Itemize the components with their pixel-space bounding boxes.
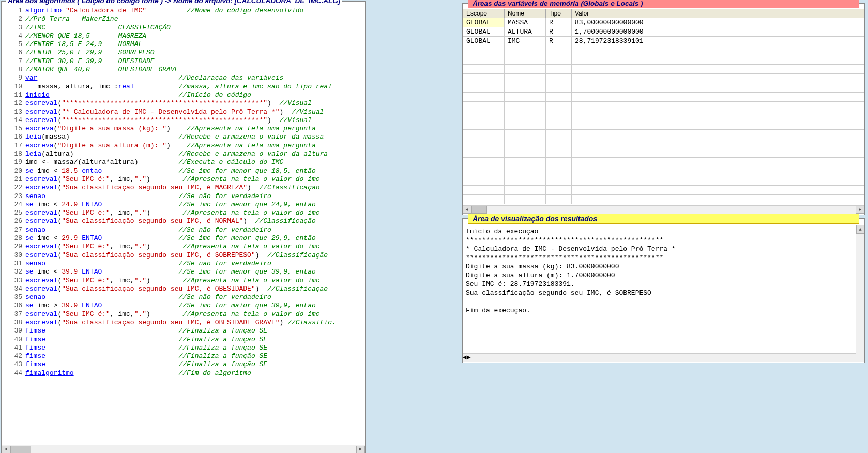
code-content[interactable]: massa, altura, imc :real //massa, altura… xyxy=(25,83,365,91)
code-content[interactable]: escreval("* Calculadora de IMC - Desenvo… xyxy=(25,108,365,116)
scroll-up-icon[interactable]: ▲ xyxy=(856,225,864,234)
code-line[interactable]: 39fimse //Finaliza a função SE xyxy=(2,327,365,335)
table-row[interactable] xyxy=(463,130,864,139)
code-line[interactable]: 32se imc < 39.9 ENTAO //Se imc for menor… xyxy=(2,268,365,276)
code-content[interactable]: escreval("Seu IMC é:", imc,".") //Aprese… xyxy=(25,277,365,285)
code-line[interactable]: 33escreval("Seu IMC é:", imc,".") //Apre… xyxy=(2,277,365,285)
code-content[interactable]: escreval("Seu IMC é:", imc,".") //Aprese… xyxy=(25,310,365,319)
code-content[interactable]: escreval("Seu IMC é:", imc,".") //Aprese… xyxy=(25,243,365,251)
code-content[interactable]: fimse //Finaliza a função SE xyxy=(25,336,365,344)
column-header[interactable]: Nome xyxy=(505,9,546,18)
code-area[interactable]: 1algoritmo "Calculadora_de_IMC" //Nome d… xyxy=(2,5,365,445)
code-content[interactable]: escreval("Seu IMC é:", imc,".") //Aprese… xyxy=(25,209,365,217)
column-header[interactable]: Valor xyxy=(572,9,864,18)
code-hscrollbar[interactable]: ◄ ► xyxy=(2,445,365,453)
code-content[interactable]: fimse //Finaliza a função SE xyxy=(25,327,365,335)
code-line[interactable]: 38escreval("Sua classificação segundo se… xyxy=(2,319,365,327)
code-line[interactable]: 11inicio //Início do código xyxy=(2,91,365,99)
code-line[interactable]: 26escreval("Sua classificação segundo se… xyxy=(2,217,365,225)
code-content[interactable]: se imc < 39.9 ENTAO //Se imc for menor q… xyxy=(25,268,365,276)
table-row[interactable] xyxy=(463,176,864,186)
code-line[interactable]: 20se imc < 18.5 entao //Se imc for menor… xyxy=(2,167,365,175)
table-row[interactable] xyxy=(463,111,864,120)
code-content[interactable]: var //Declaração das variáveis xyxy=(25,74,365,82)
code-line[interactable]: 25escreval("Seu IMC é:", imc,".") //Apre… xyxy=(2,209,365,217)
code-content[interactable]: fimse //Finaliza a função SE xyxy=(25,360,365,369)
code-line[interactable]: 16leia(massa) //Recebe e armazena o valo… xyxy=(2,133,365,141)
code-line[interactable]: 24se imc < 24.9 ENTAO //Se imc for menor… xyxy=(2,201,365,209)
column-header[interactable]: Escopo xyxy=(463,9,505,18)
code-content[interactable]: se imc > 39.9 ENTAO //Se imc for maior q… xyxy=(25,301,365,310)
results-vscrollbar[interactable]: ▲ xyxy=(856,225,864,354)
code-line[interactable]: 12escreval("****************************… xyxy=(2,99,365,108)
code-content[interactable]: //Prô Terra - MakerZine xyxy=(25,15,365,23)
results-hscrollbar[interactable]: ◄ ► xyxy=(463,353,864,362)
table-row[interactable] xyxy=(463,55,864,65)
code-line[interactable]: 14escreval("****************************… xyxy=(2,116,365,125)
code-content[interactable]: escreval("Sua classificação segundo seu … xyxy=(25,251,365,260)
code-line[interactable]: 43fimse //Finaliza a função SE xyxy=(2,360,365,369)
code-content[interactable]: escreval("Sua classificação segundo seu … xyxy=(25,217,365,225)
code-content[interactable]: //ENTRE 25,0 E 29,9 SOBREPESO xyxy=(25,49,365,57)
code-line[interactable]: 37escreval("Seu IMC é:", imc,".") //Apre… xyxy=(2,310,365,319)
table-row[interactable]: GLOBALMASSAR83,00000000000000 xyxy=(463,18,864,27)
scroll-right-icon[interactable]: ► xyxy=(356,446,365,454)
scroll-thumb[interactable] xyxy=(10,446,31,454)
table-row[interactable] xyxy=(463,46,864,55)
code-content[interactable]: se imc < 24.9 ENTAO //Se imc for menor q… xyxy=(25,201,365,209)
variables-table[interactable]: EscopoNomeTipoValor GLOBALMASSAR83,00000… xyxy=(463,9,864,204)
code-line[interactable]: 28se imc < 29.9 ENTAO //Se imc for menor… xyxy=(2,234,365,243)
code-content[interactable]: fimse //Finaliza a função SE xyxy=(25,352,365,360)
scroll-thumb[interactable] xyxy=(471,206,487,214)
vars-hscrollbar[interactable]: ◄ ► xyxy=(463,205,864,214)
code-content[interactable]: fimalgoritmo //Fim do algoritmo xyxy=(25,369,365,377)
code-line[interactable]: 18leia(altura) //Recebe e armazena o val… xyxy=(2,150,365,158)
code-content[interactable]: leia(altura) //Recebe e armazena o valor… xyxy=(25,150,365,158)
scroll-right-icon[interactable]: ► xyxy=(856,206,864,214)
table-row[interactable] xyxy=(463,167,864,176)
code-content[interactable]: escreval("Seu IMC é:", imc,".") //Aprese… xyxy=(25,175,365,184)
code-content[interactable]: se imc < 18.5 entao //Se imc for menor q… xyxy=(25,167,365,175)
results-output[interactable]: Início da execução *********************… xyxy=(463,225,864,353)
code-line[interactable]: 44fimalgoritmo //Fim do algoritmo xyxy=(2,369,365,377)
code-content[interactable]: escreval("Sua classificação segundo seu … xyxy=(25,319,365,327)
code-line[interactable]: 29escreval("Seu IMC é:", imc,".") //Apre… xyxy=(2,243,365,251)
scroll-track[interactable] xyxy=(471,206,856,214)
code-content[interactable]: escreval("Sua classificação segundo seu … xyxy=(25,285,365,293)
scroll-track[interactable] xyxy=(10,446,356,454)
code-content[interactable]: //ENTRE 30,0 E 39,9 OBESIDADE xyxy=(25,57,365,66)
code-content[interactable]: escreval("******************************… xyxy=(25,116,365,125)
table-row[interactable] xyxy=(463,102,864,111)
scroll-left-icon[interactable]: ◄ xyxy=(463,206,471,214)
code-line[interactable]: 13escreval("* Calculadora de IMC - Desen… xyxy=(2,108,365,116)
code-line[interactable]: 10 massa, altura, imc :real //massa, alt… xyxy=(2,83,365,91)
code-line[interactable]: 34escreval("Sua classificação segundo se… xyxy=(2,285,365,293)
code-line[interactable]: 3//IMC CLASSIFICAÇÃO xyxy=(2,24,365,32)
code-content[interactable]: //MENOR QUE 18,5 MAGREZA xyxy=(25,32,365,40)
table-row[interactable] xyxy=(463,74,864,83)
code-line[interactable]: 30escreval("Sua classificação segundo se… xyxy=(2,251,365,260)
table-row[interactable] xyxy=(463,186,864,195)
code-line[interactable]: 40fimse //Finaliza a função SE xyxy=(2,336,365,344)
code-line[interactable]: 8//MAIOR QUE 40,0 OBESIDADE GRAVE xyxy=(2,66,365,74)
code-line[interactable]: 27senao //Se não for verdadeiro xyxy=(2,226,365,234)
code-line[interactable]: 21escreval("Seu IMC é:", imc,".") //Apre… xyxy=(2,175,365,184)
table-row[interactable] xyxy=(463,148,864,158)
code-content[interactable]: escreval("Sua classificação segundo seu … xyxy=(25,184,365,192)
code-line[interactable]: 9var //Declaração das variáveis xyxy=(2,74,365,82)
code-content[interactable]: se imc < 29.9 ENTAO //Se imc for menor q… xyxy=(25,234,365,243)
code-line[interactable]: 5//ENTRE 18,5 E 24,9 NORMAL xyxy=(2,40,365,49)
table-row[interactable] xyxy=(463,65,864,74)
code-content[interactable]: escreva("Digite a sua altura (m): ") //A… xyxy=(25,142,365,150)
code-line[interactable]: 6//ENTRE 25,0 E 29,9 SOBREPESO xyxy=(2,49,365,57)
code-line[interactable]: 41fimse //Finaliza a função SE xyxy=(2,344,365,352)
table-row[interactable] xyxy=(463,195,864,204)
code-line[interactable]: 4//MENOR QUE 18,5 MAGREZA xyxy=(2,32,365,40)
column-header[interactable]: Tipo xyxy=(546,9,572,18)
variables-table-wrap[interactable]: EscopoNomeTipoValor GLOBALMASSAR83,00000… xyxy=(463,9,864,205)
code-line[interactable]: 19imc <- massa/(altura*altura) //Executa… xyxy=(2,158,365,167)
code-content[interactable]: escreval("******************************… xyxy=(25,99,365,108)
code-content[interactable]: fimse //Finaliza a função SE xyxy=(25,344,365,352)
code-content[interactable]: algoritmo "Calculadora_de_IMC" //Nome do… xyxy=(25,7,365,15)
code-content[interactable]: //IMC CLASSIFICAÇÃO xyxy=(25,24,365,32)
